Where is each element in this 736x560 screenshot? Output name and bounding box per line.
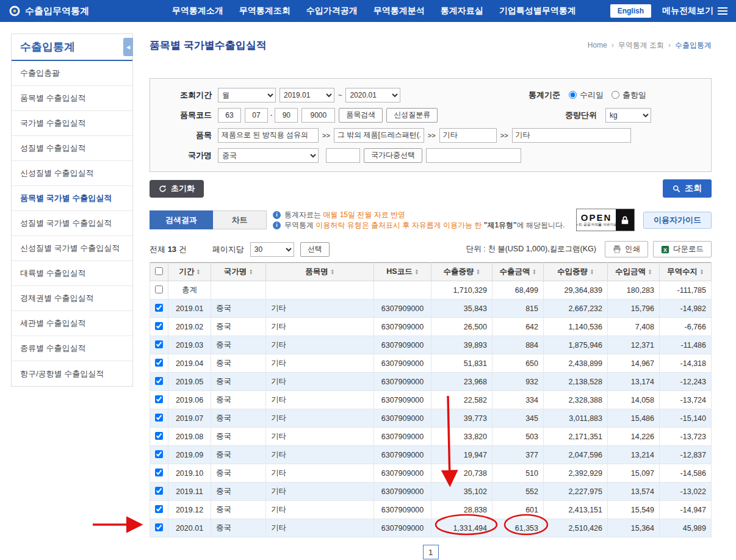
row-checkbox-2019.03[interactable] [155, 340, 163, 348]
sidebar-item-10[interactable]: 세관별 수출입실적 [12, 311, 132, 336]
hs-code-cell: 6307909000 [374, 354, 431, 373]
top-menu-item-5[interactable]: 기업특성별무역통계 [499, 5, 576, 16]
open-license-mark[interactable]: OPEN 공공누리 공공저작물 자유이용허락 [576, 209, 635, 231]
value-cell-4: -12,243 [660, 373, 712, 391]
country-multi-select-button[interactable]: 국가다중선택 [364, 148, 422, 163]
row-checkbox-2019.05[interactable] [155, 377, 163, 385]
reset-button-label: 초기화 [171, 183, 195, 194]
basis-clearance-label[interactable]: 수리일 [580, 90, 604, 101]
total-value-3: 180,283 [608, 281, 660, 300]
column-header-3[interactable]: HS코드▲▼ [374, 263, 431, 281]
column-header-8[interactable]: 무역수지▲▼ [660, 263, 712, 281]
country-select[interactable]: 중국 [218, 148, 319, 163]
basis-departure-label[interactable]: 출항일 [622, 90, 646, 101]
breadcrumb-trade-stats[interactable]: 무역통계 조회 [618, 40, 664, 51]
sidebar-header: 수출입통계 ◀ [12, 34, 132, 61]
logo[interactable]: 수출입무역통계 [9, 5, 138, 17]
country-cell: 중국 [211, 300, 266, 318]
weight-unit-select[interactable]: kg [605, 108, 651, 123]
value-cell-3: 14,226 [608, 428, 660, 446]
user-guide-button[interactable]: 이용자가이드 [643, 212, 712, 229]
column-header-6[interactable]: 수입중량▲▼ [544, 263, 608, 281]
sidebar-item-11[interactable]: 종류별 수출입실적 [12, 336, 132, 361]
row-checkbox-2019.10[interactable] [155, 468, 163, 476]
period-from-select[interactable]: 2019.01 [280, 88, 334, 102]
hs-code-input-1[interactable] [218, 108, 241, 123]
tab-search-results[interactable]: 검색결과 [150, 210, 213, 229]
value-cell-0: 51,831 [431, 354, 492, 373]
row-checkbox-2019.02[interactable] [155, 322, 163, 330]
top-menu-item-4[interactable]: 통계자료실 [441, 5, 483, 16]
reset-button[interactable]: 초기화 [150, 180, 204, 198]
item-level3-input[interactable] [439, 128, 497, 143]
column-header-5[interactable]: 수출금액▲▼ [492, 263, 544, 281]
sidebar-item-7[interactable]: 신성질별 국가별 수출입실적 [12, 236, 132, 261]
hs-code-input-3[interactable] [275, 108, 298, 123]
country-cell: 중국 [211, 354, 266, 373]
row-checkbox-2019.07[interactable] [155, 414, 163, 422]
sidebar-item-5[interactable]: 품목별 국가별 수출입실적 [12, 186, 132, 211]
column-header-4[interactable]: 수출중량▲▼ [431, 263, 492, 281]
basis-departure-radio[interactable] [612, 91, 619, 99]
sidebar-item-12[interactable]: 항구/공항별 수출입실적 [12, 361, 132, 386]
top-navigation: 수출입무역통계 무역통계소개무역통계조회수입가격공개무역통계분석통계자료실기업특… [0, 0, 736, 22]
top-menu-item-2[interactable]: 수입가격공개 [306, 5, 358, 16]
total-row-checkbox[interactable] [155, 285, 163, 293]
sidebar-item-9[interactable]: 경제권별 수출입실적 [12, 286, 132, 311]
item-level4-input[interactable] [512, 128, 631, 143]
sidebar-item-3[interactable]: 성질별 수출입실적 [12, 136, 132, 161]
hs-code-input-4[interactable] [301, 108, 335, 123]
sidebar-item-0[interactable]: 수출입총괄 [12, 61, 132, 86]
page-number-1[interactable]: 1 [423, 545, 439, 559]
breadcrumb-current[interactable]: 수출입통계 [675, 40, 712, 51]
item-cell: 기타 [266, 373, 374, 391]
row-checkbox-2019.12[interactable] [155, 505, 163, 513]
row-checkbox-2019.01[interactable] [155, 304, 163, 312]
table-row-2019.02: 2019.02중국기타630790900026,5006421,140,5367… [150, 318, 712, 336]
basis-clearance-radio[interactable] [569, 91, 577, 99]
row-checkbox-2019.09[interactable] [155, 450, 163, 458]
sidebar-item-2[interactable]: 국가별 수출입실적 [12, 111, 132, 136]
value-cell-0: 20,738 [431, 464, 492, 483]
english-button[interactable]: English [610, 4, 651, 18]
tab-chart[interactable]: 차트 [213, 210, 267, 229]
sidebar-collapse-button[interactable]: ◀ [123, 38, 133, 56]
table-row-2019.07: 2019.07중국기타630790900039,7733453,011,8831… [150, 409, 712, 428]
refresh-icon [159, 185, 167, 193]
download-button[interactable]: X 다운로드 [653, 241, 712, 257]
top-menu-item-1[interactable]: 무역통계조회 [239, 5, 290, 16]
sidebar-item-4[interactable]: 신성질별 수출입실적 [12, 161, 132, 186]
column-header-0[interactable]: 기간▲▼ [168, 263, 211, 281]
row-checkbox-2019.11[interactable] [155, 487, 163, 495]
per-page-select[interactable]: 30 [250, 242, 294, 257]
sidebar-item-8[interactable]: 대륙별 수출입실적 [12, 261, 132, 286]
top-menu-item-3[interactable]: 무역통계분석 [373, 5, 425, 16]
breadcrumb-home[interactable]: Home [588, 41, 607, 49]
period-unit-select[interactable]: 월 [218, 88, 276, 102]
column-header-2[interactable]: 품목명▲▼ [266, 263, 374, 281]
item-level1-input[interactable] [218, 128, 319, 143]
row-checkbox-2020.01[interactable] [155, 523, 163, 531]
row-checkbox-2019.08[interactable] [155, 432, 163, 440]
country-extra-input[interactable] [326, 148, 360, 163]
menu-all-button[interactable]: 메뉴전체보기 [662, 5, 727, 16]
row-checkbox-2019.06[interactable] [155, 395, 163, 403]
column-header-7[interactable]: 수입금액▲▼ [608, 263, 660, 281]
apply-select-button[interactable]: 선택 [300, 242, 330, 257]
search-button[interactable]: 조회 [663, 179, 712, 198]
country-readonly-input[interactable] [426, 148, 521, 163]
sidebar-item-6[interactable]: 성질별 국가별 수출입실적 [12, 211, 132, 236]
sidebar-item-1[interactable]: 품목별 수출입실적 [12, 86, 132, 111]
item-search-button[interactable]: 품목검색 [339, 108, 383, 123]
row-checkbox-2019.03-cell [150, 336, 168, 354]
hs-code-input-2[interactable] [245, 108, 268, 123]
print-button[interactable]: 인쇄 [605, 241, 648, 257]
new-classification-button[interactable]: 신성질분류 [386, 108, 438, 123]
row-checkbox-2019.04[interactable] [155, 359, 163, 367]
column-header-1[interactable]: 국가명▲▼ [211, 263, 266, 281]
top-menu-item-0[interactable]: 무역통계소개 [172, 5, 223, 16]
printer-icon [613, 245, 621, 253]
period-to-select[interactable]: 2020.01 [345, 88, 400, 102]
select-all-checkbox[interactable] [155, 267, 163, 275]
item-level2-input[interactable] [334, 128, 424, 143]
